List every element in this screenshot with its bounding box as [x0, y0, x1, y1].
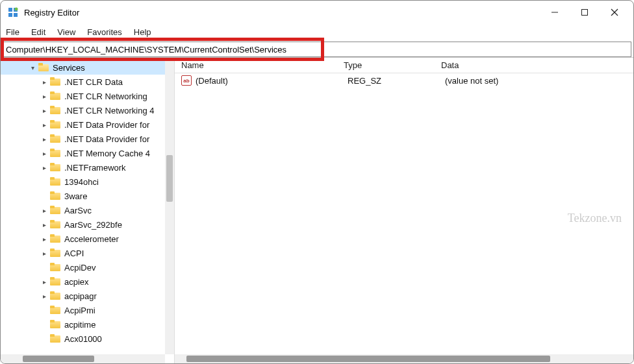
- tree-node[interactable]: ▸1394ohci: [1, 175, 174, 189]
- minimize-button[interactable]: [540, 2, 570, 23]
- svg-rect-6: [582, 10, 588, 16]
- folder-icon: [50, 91, 62, 101]
- chevron-right-icon[interactable]: ▸: [40, 291, 49, 300]
- tree-label: .NET CLR Networking 4: [64, 106, 154, 115]
- list-horizontal-scrollbar[interactable]: [175, 354, 633, 363]
- chevron-right-icon[interactable]: ▸: [40, 134, 49, 143]
- value-name: (Default): [196, 76, 341, 86]
- tree-node[interactable]: ▸AarSvc: [1, 203, 174, 217]
- menu-view[interactable]: View: [57, 27, 75, 37]
- chevron-right-icon[interactable]: ▸: [40, 106, 49, 115]
- svg-point-4: [15, 8, 18, 11]
- tree-label: .NET Data Provider for: [64, 134, 149, 144]
- scrollbar-thumb[interactable]: [23, 356, 94, 362]
- column-header-name[interactable]: Name: [175, 60, 337, 70]
- tree-node[interactable]: ▸Acx01000: [1, 332, 174, 346]
- tree-node[interactable]: ▸Accelerometer: [1, 232, 174, 246]
- folder-icon: [50, 249, 62, 258]
- tree-node[interactable]: ▸.NET CLR Networking: [1, 89, 174, 103]
- folder-icon: [50, 120, 62, 129]
- chevron-right-icon[interactable]: ▸: [40, 91, 49, 101]
- tree-node[interactable]: ▸.NET Data Provider for: [1, 132, 174, 146]
- chevron-right-icon[interactable]: ▸: [40, 149, 49, 158]
- menu-file[interactable]: File: [6, 27, 19, 37]
- address-bar-container: [3, 42, 631, 57]
- tree-pane[interactable]: ▾ Services ▸.NET CLR Data▸.NET CLR Netwo…: [1, 58, 175, 363]
- folder-icon: [50, 177, 62, 186]
- folder-icon: [50, 149, 62, 158]
- scrollbar-thumb[interactable]: [166, 155, 173, 202]
- registry-tree: ▾ Services ▸.NET CLR Data▸.NET CLR Netwo…: [1, 58, 174, 346]
- chevron-down-icon[interactable]: ▾: [28, 63, 37, 72]
- tree-node-services[interactable]: ▾ Services: [1, 60, 174, 75]
- folder-icon: [50, 163, 62, 172]
- tree-node[interactable]: ▸3ware: [1, 189, 174, 203]
- maximize-button[interactable]: [570, 2, 600, 23]
- folder-icon: [50, 106, 62, 115]
- folder-icon: [50, 334, 62, 343]
- window-controls: [540, 2, 629, 23]
- svg-rect-3: [14, 13, 18, 17]
- menu-favorites[interactable]: Favorites: [87, 27, 121, 37]
- tree-horizontal-scrollbar[interactable]: [1, 354, 165, 363]
- list-header: Name Type Data: [175, 58, 633, 73]
- value-row[interactable]: ab(Default)REG_SZ(value not set): [175, 73, 633, 88]
- scrollbar-thumb[interactable]: [186, 356, 550, 362]
- chevron-right-icon[interactable]: ▸: [40, 206, 49, 215]
- tree-label: acpitime: [64, 320, 95, 330]
- chevron-right-icon[interactable]: ▸: [40, 234, 49, 243]
- svg-rect-0: [8, 8, 12, 12]
- titlebar: Registry Editor: [1, 1, 633, 24]
- folder-icon: [50, 191, 62, 200]
- value-type: REG_SZ: [341, 76, 438, 86]
- folder-icon: [50, 134, 62, 143]
- address-bar[interactable]: [3, 42, 631, 57]
- tree-node[interactable]: ▸AcpiDev: [1, 260, 174, 274]
- tree-node[interactable]: ▸.NET Data Provider for: [1, 117, 174, 132]
- values-pane[interactable]: Name Type Data ab(Default)REG_SZ(value n…: [175, 58, 633, 363]
- menu-bar: File Edit View Favorites Help: [1, 24, 633, 40]
- tree-node[interactable]: ▸.NET CLR Data: [1, 75, 174, 89]
- folder-open-icon: [38, 63, 50, 72]
- tree-label: AarSvc: [64, 206, 92, 215]
- column-header-data[interactable]: Data: [435, 60, 633, 70]
- tree-label: ACPI: [64, 249, 84, 258]
- tree-node[interactable]: ▸AcpiPmi: [1, 303, 174, 317]
- tree-node[interactable]: ▸.NET Memory Cache 4: [1, 146, 174, 160]
- tree-label: .NET CLR Data: [64, 77, 123, 87]
- folder-icon: [50, 77, 62, 86]
- column-header-type[interactable]: Type: [337, 60, 435, 70]
- chevron-right-icon[interactable]: ▸: [40, 220, 49, 229]
- chevron-right-icon[interactable]: ▸: [40, 120, 49, 129]
- tree-label: .NET Memory Cache 4: [64, 149, 150, 158]
- chevron-right-icon[interactable]: ▸: [40, 77, 49, 86]
- folder-icon: [50, 206, 62, 215]
- regedit-app-icon: [7, 6, 19, 18]
- tree-label: 1394ohci: [64, 177, 99, 187]
- tree-node[interactable]: ▸.NETFramework: [1, 160, 174, 175]
- chevron-right-icon[interactable]: ▸: [40, 277, 49, 286]
- tree-label: Accelerometer: [64, 234, 119, 244]
- tree-label: AarSvc_292bfe: [64, 220, 122, 230]
- tree-label: 3ware: [64, 191, 87, 201]
- content-area: ▾ Services ▸.NET CLR Data▸.NET CLR Netwo…: [1, 57, 633, 363]
- tree-node[interactable]: ▸acpipagr: [1, 289, 174, 303]
- tree-node[interactable]: ▸AarSvc_292bfe: [1, 217, 174, 232]
- close-button[interactable]: [600, 2, 629, 23]
- chevron-right-icon[interactable]: ▸: [40, 249, 49, 258]
- tree-vertical-scrollbar[interactable]: [165, 58, 174, 354]
- svg-rect-2: [8, 13, 12, 17]
- tree-node[interactable]: ▸acpiex: [1, 274, 174, 289]
- tree-node[interactable]: ▸.NET CLR Networking 4: [1, 103, 174, 117]
- menu-edit[interactable]: Edit: [31, 27, 45, 37]
- tree-node[interactable]: ▸acpitime: [1, 317, 174, 332]
- folder-icon: [50, 234, 62, 243]
- tree-label: .NETFramework: [64, 163, 126, 173]
- tree-label: acpiex: [64, 277, 89, 287]
- tree-node[interactable]: ▸ACPI: [1, 246, 174, 260]
- folder-icon: [50, 320, 62, 329]
- tree-label: AcpiDev: [64, 263, 95, 273]
- chevron-right-icon[interactable]: ▸: [40, 163, 49, 172]
- window-title: Registry Editor: [24, 8, 540, 18]
- menu-help[interactable]: Help: [134, 27, 151, 37]
